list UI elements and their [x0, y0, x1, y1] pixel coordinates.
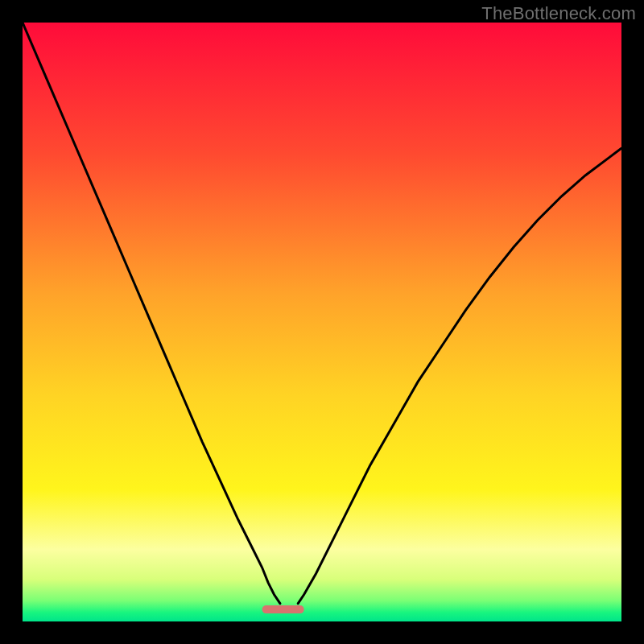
bottleneck-marker: [262, 605, 304, 613]
chart-frame: TheBottleneck.com: [0, 0, 644, 644]
curves-layer: [23, 23, 621, 621]
series-right-curve: [298, 148, 621, 603]
watermark-text: TheBottleneck.com: [481, 3, 636, 24]
series-left-curve: [23, 23, 280, 604]
plot-area: [23, 23, 621, 621]
